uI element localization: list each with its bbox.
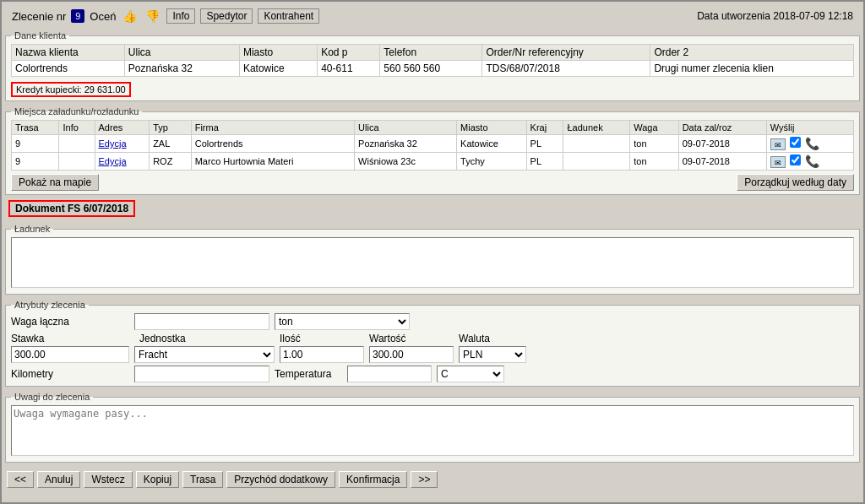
stawka-headers-row: Stawka Jednostka Ilość Wartość Waluta bbox=[11, 333, 854, 344]
jednostka-label: Jednostka bbox=[139, 333, 275, 344]
loc-ladunek-1 bbox=[563, 135, 630, 153]
info-button[interactable]: Info bbox=[166, 8, 195, 24]
locations-legend: Miejsca załadunku/rozładunku bbox=[11, 106, 142, 117]
email-icon-2[interactable]: ✉ bbox=[770, 156, 786, 168]
wyslij-check-1[interactable] bbox=[790, 137, 801, 148]
loc-trasa-2: 9 bbox=[12, 153, 59, 171]
loc-col-ladunek: Ładunek bbox=[563, 121, 630, 135]
loc-col-wyslij: Wyślij bbox=[766, 121, 853, 135]
kilometry-label: Kilometry bbox=[11, 368, 129, 380]
wyslij-check-2[interactable] bbox=[790, 154, 801, 165]
loc-kraj-1: PL bbox=[526, 135, 563, 153]
customer-table: Nazwa klienta Ulica Miasto Kod p Telefon… bbox=[11, 44, 854, 77]
ilosc-input[interactable] bbox=[280, 346, 364, 363]
loc-col-typ: Typ bbox=[150, 121, 192, 135]
wartosc-input[interactable] bbox=[369, 346, 454, 363]
prev-button[interactable]: << bbox=[7, 471, 34, 488]
kopiuj-button[interactable]: Kopiuj bbox=[136, 471, 179, 488]
loc-firma-2: Marco Hurtownia Materi bbox=[191, 153, 354, 171]
phone-icon-2[interactable]: 📞 bbox=[805, 154, 819, 168]
title-left: Zlecenie nr 9 Oceń 👍 👎 Info Spedytor Kon… bbox=[12, 8, 319, 24]
loc-col-data: Data zal/roz bbox=[678, 121, 766, 135]
phone-icon-1[interactable]: 📞 bbox=[805, 137, 819, 150]
uwagi-textarea[interactable] bbox=[11, 405, 854, 456]
main-window: Zlecenie nr 9 Oceń 👍 👎 Info Spedytor Kon… bbox=[0, 0, 865, 504]
loc-col-firma: Firma bbox=[191, 121, 354, 135]
loc-wyslij-2: ✉ 📞 bbox=[766, 153, 853, 171]
loc-firma-1: Colortrends bbox=[191, 135, 354, 153]
col-nazwa: Nazwa klienta bbox=[12, 45, 125, 61]
email-icon-1[interactable]: ✉ bbox=[770, 138, 786, 150]
customer-kodp: 40-611 bbox=[318, 61, 380, 77]
loc-ulica-1: Poznańska 32 bbox=[355, 135, 457, 153]
col-kodp: Kod p bbox=[318, 45, 380, 61]
loc-ulica-2: Wiśniowa 23c bbox=[355, 153, 457, 171]
przychod-button[interactable]: Przychód dodatkowy bbox=[226, 471, 335, 488]
loc-waga-2: ton bbox=[630, 153, 678, 171]
kontrahent-button[interactable]: Kontrahent bbox=[258, 8, 319, 24]
kilometry-input[interactable] bbox=[134, 366, 269, 382]
atrybuty-legend: Atrybuty zlecenia bbox=[11, 300, 89, 310]
waluta-select[interactable]: PLN bbox=[459, 346, 526, 363]
stawka-input[interactable] bbox=[11, 346, 129, 363]
loc-kraj-2: PL bbox=[526, 153, 563, 171]
next-button[interactable]: >> bbox=[411, 471, 438, 488]
loc-info-1 bbox=[59, 135, 95, 153]
sort-date-button[interactable]: Porządkuj według daty bbox=[737, 174, 854, 191]
customer-miasto: Katowice bbox=[239, 61, 317, 77]
show-map-button[interactable]: Pokaż na mapie bbox=[11, 174, 99, 191]
uwagi-section: Uwagi do zlecenia bbox=[5, 392, 860, 463]
kilometry-row: Kilometry Temperatura C bbox=[11, 366, 854, 382]
loc-data-2: 09-07-2018 bbox=[678, 153, 766, 171]
atrybuty-section: Atrybuty zlecenia Waga łączna ton Stawka… bbox=[5, 300, 860, 387]
customer-order-ref: TDS/68/07/2018 bbox=[482, 61, 650, 77]
anuluj-button[interactable]: Anuluj bbox=[37, 471, 80, 488]
fracht-select[interactable]: Fracht bbox=[134, 346, 275, 363]
creation-date: Data utworzenia 2018-07-09 12:18 bbox=[697, 10, 853, 22]
col-telefon: Telefon bbox=[380, 45, 482, 61]
temperatura-label: Temperatura bbox=[275, 368, 342, 380]
thumb-down-icon[interactable]: 👎 bbox=[144, 9, 161, 23]
customer-nazwa: Colortrends bbox=[12, 61, 125, 77]
temperatura-input[interactable] bbox=[347, 366, 432, 382]
spedytor-button[interactable]: Spedytor bbox=[200, 8, 253, 24]
locations-section: Miejsca załadunku/rozładunku Trasa Info … bbox=[5, 106, 860, 195]
loc-waga-1: ton bbox=[630, 135, 678, 153]
loc-adres-1[interactable]: Edycja bbox=[95, 135, 150, 153]
wstecz-button[interactable]: Wstecz bbox=[84, 471, 132, 488]
waga-input[interactable] bbox=[134, 313, 269, 330]
loc-col-ulica: Ulica bbox=[355, 121, 457, 135]
loc-typ-1: ZAL bbox=[150, 135, 192, 153]
ilosc-label: Ilość bbox=[280, 333, 364, 344]
konfirmacja-button[interactable]: Konfirmacja bbox=[339, 471, 407, 488]
thumb-up-icon[interactable]: 👍 bbox=[121, 9, 139, 23]
waluta-label: Waluta bbox=[459, 333, 526, 344]
ocen-label: Oceń bbox=[90, 10, 116, 23]
temp-unit-select[interactable]: C bbox=[437, 366, 504, 382]
loc-adres-2[interactable]: Edycja bbox=[95, 153, 150, 171]
ladunek-legend: Ładunek bbox=[11, 224, 53, 234]
customer-ulica: Poznańska 32 bbox=[124, 61, 239, 77]
locations-table: Trasa Info Adres Typ Firma Ulica Miasto … bbox=[11, 120, 854, 171]
trasa-button[interactable]: Trasa bbox=[182, 471, 223, 488]
ladunek-textarea[interactable] bbox=[11, 237, 854, 288]
loc-info-2 bbox=[59, 153, 95, 171]
col-order-ref: Order/Nr referencyjny bbox=[482, 45, 650, 61]
stawka-values-row: Fracht PLN bbox=[11, 346, 854, 363]
credit-badge: Kredyt kupiecki: 29 631.00 bbox=[11, 82, 131, 97]
customer-row: Colortrends Poznańska 32 Katowice 40-611… bbox=[12, 61, 854, 77]
loc-col-waga: Waga bbox=[630, 121, 678, 135]
loc-col-miasto: Miasto bbox=[457, 121, 526, 135]
wartosc-label: Wartość bbox=[369, 333, 454, 344]
col-miasto: Miasto bbox=[239, 45, 317, 61]
waga-unit-select[interactable]: ton bbox=[275, 313, 410, 330]
customer-telefon: 560 560 560 bbox=[380, 61, 482, 77]
loc-col-trasa: Trasa bbox=[12, 121, 59, 135]
loc-col-adres: Adres bbox=[95, 121, 150, 135]
ladunek-section: Ładunek bbox=[5, 224, 860, 295]
waga-label: Waga łączna bbox=[11, 316, 129, 328]
loc-miasto-2: Tychy bbox=[457, 153, 526, 171]
loc-col-kraj: Kraj bbox=[526, 121, 563, 135]
zlecenie-nr: 9 bbox=[71, 9, 84, 23]
loc-ladunek-2 bbox=[563, 153, 630, 171]
